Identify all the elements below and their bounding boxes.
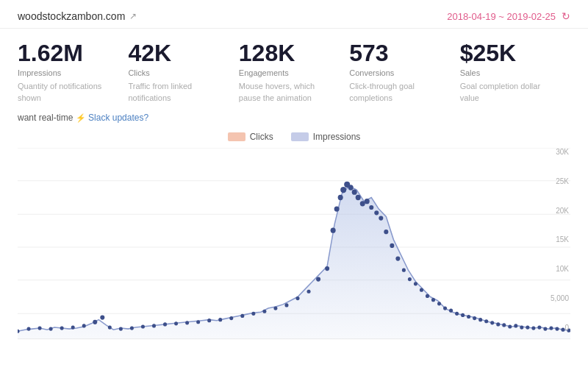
header: woodstockzambon.com ↗ 2018-04-19 ~ 2019-… (0, 0, 588, 29)
svg-point-74 (526, 325, 529, 329)
refresh-icon[interactable]: ↻ (562, 10, 570, 22)
svg-point-10 (49, 327, 53, 330)
slack-promo: want real-time ⚡ Slack updates? (0, 110, 588, 132)
svg-point-51 (390, 243, 394, 248)
svg-point-11 (60, 326, 64, 330)
slack-updates-link[interactable]: Slack updates? (88, 113, 148, 123)
svg-point-71 (508, 324, 512, 328)
chart-area: Clicks Impressions (0, 132, 588, 346)
svg-point-17 (119, 327, 123, 330)
svg-point-21 (163, 322, 167, 326)
svg-point-54 (408, 277, 412, 281)
slack-icon: ⚡ (76, 113, 86, 122)
metric-desc: Quantity of notifications shown (18, 81, 116, 104)
svg-point-70 (502, 323, 506, 327)
svg-point-63 (461, 313, 465, 317)
svg-point-47 (369, 205, 373, 210)
svg-point-8 (27, 327, 31, 330)
metric-value: $25K (460, 40, 559, 66)
metric-value: 128K (239, 40, 337, 66)
site-name[interactable]: woodstockzambon.com ↗ (18, 10, 137, 22)
date-range[interactable]: 2018-04-19 ~ 2019-02-25 ↻ (447, 10, 570, 22)
svg-point-43 (352, 190, 357, 195)
svg-point-57 (426, 294, 429, 298)
svg-point-77 (543, 327, 547, 330)
metric-value: 1.62M (18, 40, 116, 66)
y-label-0: 0 (564, 324, 569, 332)
slack-promo-text: want real-time (18, 113, 73, 123)
chart-container: 30K 25K 20K 15K 10K 5,000 0 (18, 148, 570, 346)
impressions-swatch (291, 132, 309, 141)
svg-point-55 (414, 282, 417, 285)
svg-point-69 (496, 322, 500, 326)
svg-point-30 (262, 310, 266, 313)
svg-point-35 (316, 277, 320, 281)
metrics-row: 1.62M Impressions Quantity of notificati… (0, 29, 588, 110)
svg-point-29 (251, 312, 255, 316)
metric-impressions: 1.62M Impressions Quantity of notificati… (18, 40, 128, 104)
chart-svg (18, 148, 570, 346)
svg-point-67 (484, 319, 488, 323)
svg-point-75 (531, 326, 535, 330)
svg-point-14 (93, 320, 97, 324)
svg-point-58 (431, 298, 435, 302)
metric-desc: Traffic from linked notifications (128, 81, 226, 104)
date-range-text: 2018-04-19 ~ 2019-02-25 (447, 11, 556, 22)
svg-point-33 (296, 296, 300, 300)
svg-point-68 (490, 321, 494, 324)
svg-point-27 (229, 316, 233, 320)
svg-point-36 (325, 266, 329, 271)
svg-point-59 (437, 302, 441, 305)
svg-point-48 (374, 210, 379, 215)
svg-point-44 (356, 195, 361, 200)
svg-point-37 (331, 227, 336, 232)
svg-point-12 (71, 325, 75, 329)
metric-sales: $25K Sales Goal completion dollar value (460, 40, 570, 104)
svg-point-53 (402, 268, 406, 272)
external-link-icon: ↗ (129, 11, 137, 21)
impressions-label: Impressions (313, 132, 361, 142)
svg-point-62 (455, 312, 459, 316)
svg-point-34 (307, 290, 311, 293)
svg-point-60 (443, 306, 447, 310)
svg-point-49 (379, 216, 383, 220)
metric-conversions: 573 Conversions Click-through goal compl… (349, 40, 459, 104)
svg-point-46 (365, 199, 370, 204)
clicks-label: Clicks (250, 132, 273, 142)
svg-point-38 (334, 206, 340, 211)
metric-label: Engagements (239, 68, 337, 77)
metric-label: Clicks (128, 68, 226, 77)
y-label-5k: 5,000 (551, 294, 569, 302)
svg-point-66 (478, 318, 482, 321)
svg-point-13 (82, 324, 86, 327)
y-label-20k: 20K (556, 207, 569, 215)
svg-point-18 (130, 326, 134, 330)
svg-point-22 (174, 321, 178, 325)
metric-label: Sales (460, 68, 559, 77)
clicks-swatch (228, 132, 245, 141)
svg-point-25 (207, 319, 211, 322)
y-label-30k: 30K (556, 148, 569, 156)
svg-point-45 (360, 201, 365, 206)
metric-desc: Mouse hovers, which pause the animation (239, 81, 337, 104)
metric-value: 42K (128, 40, 226, 66)
svg-point-26 (218, 318, 222, 321)
chart-legend: Clicks Impressions (18, 132, 570, 142)
svg-point-64 (467, 315, 470, 319)
y-axis-labels: 30K 25K 20K 15K 10K 5,000 0 (551, 148, 570, 332)
y-label-25k: 25K (556, 177, 569, 185)
metric-label: Conversions (349, 68, 448, 77)
svg-point-31 (273, 306, 277, 310)
y-label-10k: 10K (556, 265, 569, 273)
svg-point-19 (141, 324, 145, 328)
legend-impressions: Impressions (291, 132, 361, 142)
metric-desc: Goal completion dollar value (460, 81, 559, 104)
y-label-15k: 15K (556, 235, 569, 243)
svg-point-52 (395, 256, 400, 260)
svg-point-42 (348, 185, 354, 190)
svg-point-24 (196, 320, 200, 324)
metric-desc: Click-through goal completions (349, 81, 448, 104)
svg-point-28 (240, 314, 244, 318)
svg-point-61 (449, 309, 453, 313)
site-name-text: woodstockzambon.com (18, 10, 125, 22)
